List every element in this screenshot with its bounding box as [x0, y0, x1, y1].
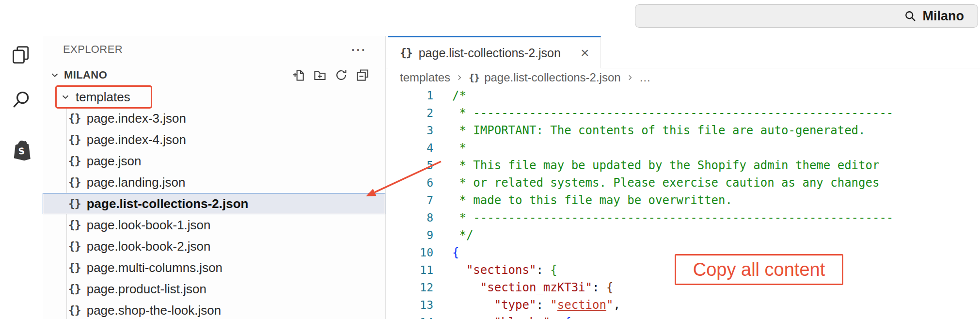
line-number: 10 [386, 244, 433, 261]
code-line: 2 * ------------------------------------… [386, 104, 980, 122]
folder-item-templates[interactable]: templates [43, 86, 385, 108]
breadcrumb-file[interactable]: page.list-collections-2.json [484, 71, 620, 84]
file-name: page.index-3.json [87, 111, 186, 126]
chevron-down-icon [60, 92, 71, 102]
line-number: 11 [386, 261, 433, 279]
activity-explorer-button[interactable] [0, 41, 43, 68]
workspace-search-label: Milano [923, 9, 964, 24]
file-row[interactable]: {}page.multi-columns.json [43, 257, 385, 278]
code-text: "blocks": { [433, 314, 571, 319]
code-line: 7 * made to this file may be overwritten… [386, 191, 980, 209]
file-name: page.multi-columns.json [87, 260, 222, 275]
json-file-icon: {} [68, 176, 81, 189]
explorer-header: EXPLORER ⋯ [43, 41, 385, 58]
json-file-icon: {} [68, 197, 81, 210]
json-file-icon: {} [68, 219, 81, 231]
workspace-actions [292, 69, 385, 81]
file-name: page.product-list.json [87, 282, 206, 297]
code-editor[interactable]: 1/*2 * ---------------------------------… [386, 87, 980, 319]
code-line: 6 * or related systems. Please exercise … [386, 174, 980, 191]
explorer-sidebar: EXPLORER ⋯ MILANO templates { [43, 36, 386, 319]
code-line: 1/* [386, 87, 980, 104]
file-row[interactable]: {}page.product-list.json [43, 278, 385, 300]
activity-shopify-button[interactable]: S [0, 137, 43, 164]
more-actions-icon[interactable]: ⋯ [350, 45, 366, 54]
file-name: page.json [87, 154, 142, 169]
shopify-bag-icon: S [12, 140, 31, 161]
code-line: 9 */ [386, 226, 980, 244]
file-row[interactable]: {}page.look-book-1.json [43, 214, 385, 236]
code-line: 11 "sections": { [386, 261, 980, 279]
file-row[interactable]: {}page.json [43, 150, 385, 172]
json-file-icon: {} [68, 155, 81, 167]
file-name: page.landing.json [87, 175, 186, 190]
code-text: * [433, 139, 466, 157]
json-file-icon: {} [400, 47, 412, 59]
code-text: { [433, 244, 459, 261]
chevron-right-icon [455, 73, 464, 82]
code-text: * This file may be updated by the Shopif… [433, 157, 879, 174]
close-icon[interactable]: × [581, 45, 589, 61]
file-row[interactable]: {}page.index-4.json [43, 129, 385, 150]
code-line: 8 * ------------------------------------… [386, 209, 980, 226]
code-line: 4 * [386, 139, 980, 157]
json-file-icon: {} [68, 112, 81, 125]
file-row[interactable]: {}page.index-3.json [43, 108, 385, 129]
title-bar: Milano [0, 0, 980, 36]
file-row[interactable]: {}page.landing.json [43, 172, 385, 193]
file-list: {}page.index-3.json{}page.index-4.json{}… [43, 108, 385, 319]
activity-search-button[interactable] [0, 86, 43, 113]
json-file-icon: {} [68, 304, 81, 317]
file-name: page.list-collections-2.json [87, 196, 249, 211]
code-text: */ [433, 226, 473, 244]
json-file-icon: {} [68, 133, 81, 146]
folder-name: templates [76, 90, 130, 105]
code-text: /* [433, 87, 466, 104]
collapse-all-icon[interactable] [356, 69, 369, 81]
code-text: "type": "section", [433, 296, 620, 314]
code-text: "section_mzKT3i": { [433, 279, 613, 296]
file-name: page.shop-the-look.json [87, 303, 221, 318]
tab-page-list-collections-2[interactable]: {} page.list-collections-2.json × [388, 36, 601, 68]
code-text: * or related systems. Please exercise ca… [433, 174, 879, 191]
breadcrumb: templates {} page.list-collections-2.jso… [386, 68, 980, 87]
code-text: * IMPORTANT: The contents of this file a… [433, 122, 866, 139]
svg-text:S: S [18, 146, 25, 157]
editor-group: {} page.list-collections-2.json × templa… [386, 36, 980, 319]
file-name: page.look-book-1.json [87, 218, 211, 233]
json-file-icon: {} [68, 240, 81, 253]
code-line: 10{ [386, 244, 980, 261]
new-file-icon[interactable] [292, 69, 305, 81]
code-text: "sections": { [433, 261, 557, 279]
json-file-icon: {} [469, 72, 479, 83]
file-row[interactable]: {}page.look-book-2.json [43, 236, 385, 257]
code-line: 14 "blocks": { [386, 314, 980, 319]
code-text: * --------------------------------------… [433, 209, 893, 226]
code-line: 5 * This file may be updated by the Shop… [386, 157, 980, 174]
refresh-icon[interactable] [335, 69, 348, 81]
line-number: 5 [386, 157, 433, 174]
line-number: 12 [386, 279, 433, 296]
command-center-search[interactable]: Milano [635, 4, 978, 28]
workspace-section-header[interactable]: MILANO [43, 65, 385, 85]
line-number: 2 [386, 104, 433, 122]
new-folder-icon[interactable] [314, 69, 326, 81]
line-number: 6 [386, 174, 433, 191]
breadcrumb-more[interactable]: … [639, 71, 651, 84]
breadcrumb-folder[interactable]: templates [400, 71, 450, 84]
tab-bar: {} page.list-collections-2.json × [386, 36, 980, 68]
line-number: 3 [386, 122, 433, 139]
line-number: 14 [386, 314, 433, 319]
file-name: page.index-4.json [87, 132, 186, 147]
file-row[interactable]: {}page.shop-the-look.json [43, 300, 385, 319]
chevron-right-icon [626, 73, 634, 82]
code-line: 12 "section_mzKT3i": { [386, 279, 980, 296]
file-row[interactable]: {}page.list-collections-2.json [43, 193, 385, 214]
line-number: 1 [386, 87, 433, 104]
code-text: * --------------------------------------… [433, 104, 893, 122]
files-icon [11, 44, 32, 65]
code-line: 3 * IMPORTANT: The contents of this file… [386, 122, 980, 139]
json-file-icon: {} [68, 261, 81, 274]
line-number: 8 [386, 209, 433, 226]
tab-label: page.list-collections-2.json [419, 46, 561, 60]
